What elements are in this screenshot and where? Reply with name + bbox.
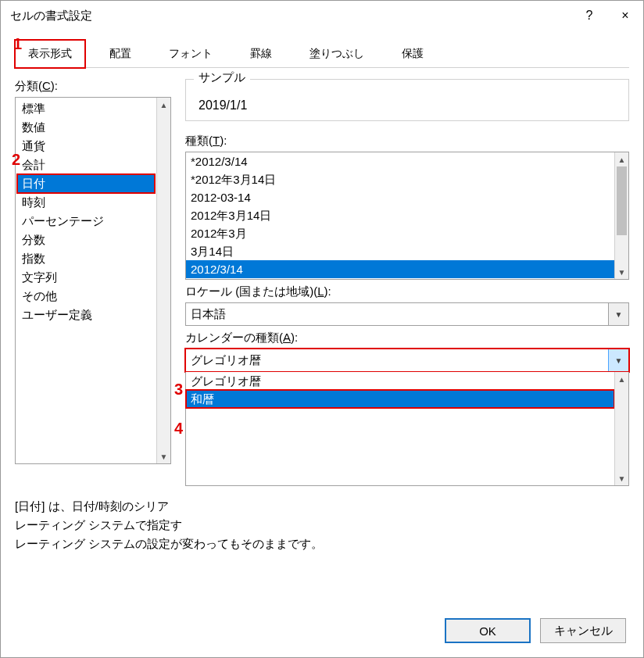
description-text: [日付] は、日付/時刻のシリア レーティング システムで指定す レーティング … [15, 497, 629, 553]
annotation-2: 2 [12, 151, 20, 169]
list-item[interactable]: 分数 [17, 231, 155, 249]
tab-border[interactable]: 罫線 [226, 40, 296, 67]
calendar-type-dropdown[interactable]: グレゴリオ暦 和暦 ▲ ▼ [185, 372, 629, 486]
list-item[interactable]: *2012年3月14日 [186, 170, 614, 188]
calendar-type-label: カレンダーの種類(A): [185, 331, 629, 345]
list-item[interactable]: 時刻 [17, 193, 155, 212]
dialog-title: セルの書式設定 [10, 9, 571, 23]
scrollbar-vertical[interactable]: ▲ ▼ [156, 98, 170, 463]
list-item[interactable]: ユーザー定義 [17, 306, 155, 324]
ok-button[interactable]: OK [445, 618, 531, 643]
category-listbox[interactable]: 標準 数値 通貨 会計 日付 時刻 パーセンテージ 分数 指数 文字列 その他 … [15, 97, 171, 464]
list-item[interactable]: パーセンテージ [17, 212, 155, 231]
scroll-up-icon[interactable]: ▲ [157, 98, 170, 112]
list-item[interactable]: 数値 [17, 118, 155, 137]
list-item[interactable]: *2012/3/14 [186, 152, 614, 170]
tab-number-format[interactable]: 表示形式 [15, 40, 85, 68]
locale-combo[interactable]: 日本語 ▼ [185, 302, 629, 326]
list-item[interactable]: 標準 [17, 99, 155, 118]
scroll-down-icon[interactable]: ▼ [615, 265, 628, 279]
sample-legend: サンプル [194, 70, 250, 85]
chevron-down-icon[interactable]: ▼ [608, 349, 628, 371]
close-button[interactable]: × [607, 1, 643, 30]
list-item-selected[interactable]: 日付 [17, 174, 155, 193]
list-item-selected[interactable]: 2012/3/14 [186, 260, 614, 278]
list-item[interactable]: 2012年3月14日 [186, 206, 614, 224]
combo-value: グレゴリオ暦 [191, 353, 608, 368]
calendar-type-combo[interactable]: グレゴリオ暦 ▼ [185, 349, 629, 372]
sample-group: サンプル 2019/1/1 [185, 79, 629, 121]
sample-value: 2019/1/1 [195, 97, 619, 114]
list-item[interactable]: 指数 [17, 249, 155, 268]
cancel-button[interactable]: キャンセル [540, 618, 626, 643]
scroll-down-icon[interactable]: ▼ [615, 471, 628, 485]
list-item[interactable]: 文字列 [17, 268, 155, 287]
titlebar: セルの書式設定 ? × [1, 1, 643, 30]
list-item[interactable]: 会計 [17, 156, 155, 174]
scroll-down-icon[interactable]: ▼ [157, 449, 170, 463]
scroll-up-icon[interactable]: ▲ [615, 152, 628, 166]
scrollbar-vertical[interactable]: ▲ ▼ [614, 152, 628, 279]
scrollbar-vertical[interactable]: ▲ ▼ [614, 372, 628, 485]
chevron-down-icon[interactable]: ▼ [608, 303, 628, 325]
tab-alignment[interactable]: 配置 [85, 40, 156, 67]
list-item[interactable]: その他 [17, 287, 155, 306]
list-item[interactable]: 2012年3月 [186, 224, 614, 242]
help-button[interactable]: ? [571, 1, 607, 30]
tab-bar: 表示形式 配置 フォント 罫線 塗りつぶし 保護 [15, 40, 629, 68]
annotation-4: 4 [174, 420, 183, 438]
type-label: 種類(T): [185, 134, 629, 148]
tab-font[interactable]: フォント [156, 40, 226, 67]
type-listbox[interactable]: *2012/3/14 *2012年3月14日 2012-03-14 2012年3… [185, 152, 629, 280]
dialog-button-row: OK キャンセル [445, 618, 626, 643]
annotation-3: 3 [174, 381, 183, 399]
annotation-1: 1 [13, 35, 22, 53]
dropdown-item-selected[interactable]: 和暦 [186, 390, 614, 408]
category-label: 分類(C): [15, 79, 171, 94]
locale-label: ロケール (国または地域)(L): [185, 284, 629, 299]
tab-fill[interactable]: 塗りつぶし [296, 40, 377, 67]
scroll-up-icon[interactable]: ▲ [615, 372, 628, 386]
list-item[interactable]: 3月14日 [186, 242, 614, 260]
list-item[interactable]: 2012-03-14 [186, 188, 614, 206]
combo-value: 日本語 [191, 307, 608, 322]
list-item[interactable]: 通貨 [17, 137, 155, 156]
dropdown-item[interactable]: グレゴリオ暦 [186, 372, 614, 390]
tab-protection[interactable]: 保護 [377, 40, 448, 67]
